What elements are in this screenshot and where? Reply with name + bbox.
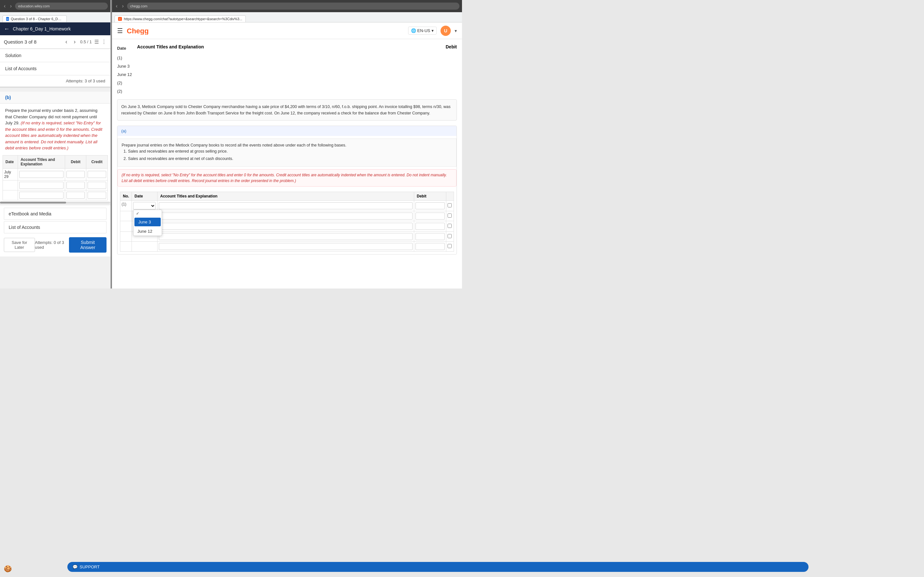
back-arrow-icon[interactable]: ← [4, 26, 10, 32]
dropdown-june3[interactable]: June 3 [134, 218, 161, 226]
date-cell-3 [3, 190, 18, 200]
debit-right-input-5[interactable] [415, 243, 445, 250]
desc-right-input-2[interactable] [159, 213, 413, 219]
attempts-text-top: Attempts: 3 of 3 used [66, 79, 105, 83]
desc-td-1 [158, 200, 414, 211]
warning-text: (If no entry is required, select "No Ent… [5, 121, 102, 150]
part-b-section: (b) Prepare the journal entry under basi… [0, 92, 110, 203]
chegg-logo: Chegg [127, 27, 149, 35]
date-entry-3: June 12 [117, 71, 132, 79]
scroll-thumb[interactable] [0, 201, 66, 203]
credit-cell-1 [86, 168, 108, 180]
solution-button[interactable]: Solution [0, 49, 110, 62]
debit-right-input-1[interactable] [415, 202, 445, 210]
checkbox-5[interactable] [447, 244, 452, 248]
solution-section: Solution List of Accounts Attempts: 3 of… [0, 49, 110, 88]
date-cell-1: July29 [3, 168, 18, 180]
list-accounts-button-bottom[interactable]: List of Accounts [4, 221, 107, 234]
scroll-indicator [0, 201, 110, 203]
submit-button[interactable]: Submit Answer [69, 237, 107, 253]
lang-label: EN-US [417, 28, 430, 33]
part-b-header: (b) [0, 92, 110, 103]
check-td-1 [446, 200, 454, 211]
address-bar-right[interactable]: chegg.com [127, 3, 459, 10]
etextbook-button[interactable]: eTextbook and Media [4, 208, 107, 220]
save-later-button[interactable]: Save for Later [4, 238, 35, 252]
checkbox-2[interactable] [447, 213, 452, 218]
basis-item-1: Sales and receivables are entered at gro… [128, 148, 452, 155]
attempts-bar-top: Attempts: 3 of 3 used [0, 75, 110, 88]
list-accounts-button-top[interactable]: List of Accounts [0, 62, 110, 75]
next-question-button[interactable]: › [72, 38, 78, 46]
desc-right-input-3[interactable] [159, 223, 413, 230]
debit-right-input-2[interactable] [415, 213, 445, 219]
dropdown-june12[interactable]: June 12 [134, 227, 162, 235]
date-select-1[interactable]: June 3 June 12 [133, 202, 156, 210]
app-header: ← Chapter 6_Day 1_Homework [0, 23, 110, 35]
dropdown-empty-option[interactable]: ✓ [134, 210, 162, 217]
debit-input-3[interactable] [66, 192, 85, 199]
desc-cell-2 [18, 180, 65, 190]
checkbox-header [446, 192, 454, 200]
prev-question-button[interactable]: ‹ [63, 38, 69, 46]
no-header: No. [120, 192, 132, 200]
back-button-left[interactable]: ‹ [3, 3, 7, 9]
credit-input-2[interactable] [87, 182, 106, 189]
address-bar-left[interactable]: education.wiley.com [15, 3, 108, 10]
date-col-header: Date [117, 44, 132, 53]
desc-right-input-4[interactable] [159, 233, 413, 240]
date-td-5 [132, 242, 158, 251]
right-panel: ‹ › chegg.com C https://www.chegg.com/ch… [112, 0, 462, 288]
debit-right-input-4[interactable] [415, 233, 445, 240]
check-td-4 [446, 231, 454, 242]
debit-col-label: Debit [446, 44, 457, 49]
desc-input-1[interactable] [19, 171, 63, 178]
list-icon[interactable]: ☰ [94, 39, 99, 45]
desc-input-3[interactable] [19, 192, 63, 199]
description-text: On June 3, Metlock Company sold to Chest… [121, 105, 451, 115]
checkbox-3[interactable] [447, 224, 452, 228]
more-options-icon[interactable]: ⋮ [102, 39, 107, 45]
credit-input-1[interactable] [87, 171, 106, 178]
warning-content: (If no entry is required, select "No Ent… [121, 173, 447, 183]
account-header: Account Titles and Explanation [18, 155, 65, 168]
active-tab-left[interactable]: W Question 3 of 8 - Chapter 6_Day 1_Home… [3, 15, 67, 22]
desc-cell-3 [18, 190, 65, 200]
desc-right-input-5[interactable] [159, 243, 413, 250]
chegg-menu-button[interactable]: ☰ [117, 27, 123, 35]
user-avatar[interactable]: U [441, 26, 451, 36]
debit-input-2[interactable] [66, 182, 85, 189]
debit-cell-3 [65, 190, 86, 200]
language-selector[interactable]: 🌐 EN-US ▾ [408, 27, 437, 35]
account-titles-section: Account Titles and Explanation [137, 44, 441, 95]
debit-right-input-3[interactable] [415, 223, 445, 230]
basis-list: Sales and receivables are entered at gro… [121, 148, 452, 162]
question-label: Question 3 of 8 [4, 39, 61, 45]
checkbox-1[interactable] [447, 203, 452, 207]
left-content-area: Solution List of Accounts Attempts: 3 of… [0, 49, 110, 288]
chegg-header-right: 🌐 EN-US ▾ U ▾ [408, 26, 457, 36]
desc-td-3 [158, 221, 414, 231]
journal-table-right: No. Date Account Titles and Explanation … [120, 192, 454, 251]
globe-icon: 🌐 [411, 28, 416, 33]
tab-bar-right: C https://www.chegg.com/chat?autotype=&s… [112, 12, 462, 23]
forward-button-right[interactable]: › [121, 3, 125, 9]
date-dropdown-container: June 3 June 12 ✓ June 3 June 12 [133, 202, 156, 210]
tab-label-left: Question 3 of 8 - Chapter 6_Day 1_Homewo… [11, 17, 63, 21]
back-button-right[interactable]: ‹ [115, 3, 119, 9]
forward-button-left[interactable]: › [9, 3, 13, 9]
journal-table-right-container: No. Date Account Titles and Explanation … [118, 189, 457, 254]
checkbox-4[interactable] [447, 234, 452, 238]
debit-input-1[interactable] [66, 171, 85, 178]
table-row [120, 211, 454, 221]
action-bar: Save for Later Attempts: 0 of 3 used Sub… [4, 236, 107, 254]
debit-header-right: Debit [414, 192, 446, 200]
question-nav-bar: Question 3 of 8 ‹ › 0.5 / 1 ☰ ⋮ [0, 35, 110, 49]
table-row [120, 242, 454, 251]
journal-table: Date Account Titles and Explanation Debi… [3, 155, 108, 200]
credit-input-3[interactable] [87, 192, 106, 199]
desc-right-input-1[interactable] [159, 202, 413, 210]
account-header-right: Account Titles and Explanation [158, 192, 414, 200]
active-tab-right[interactable]: C https://www.chegg.com/chat?autotype=&s… [115, 15, 246, 22]
desc-input-2[interactable] [19, 182, 63, 189]
